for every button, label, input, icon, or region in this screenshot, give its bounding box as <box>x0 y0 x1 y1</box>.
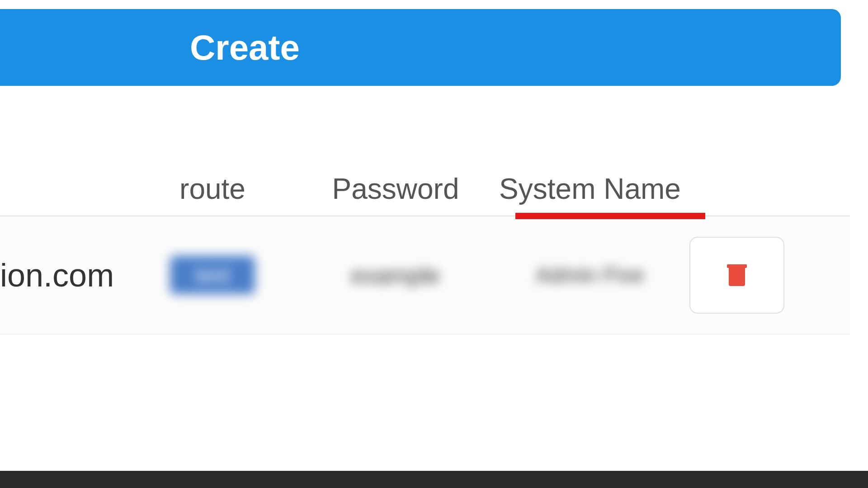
trash-icon <box>728 264 745 286</box>
cell-password: example <box>298 262 493 289</box>
data-table: route Password System Name ion.com test … <box>0 172 850 334</box>
delete-button[interactable] <box>689 237 784 314</box>
header-password[interactable]: Password <box>298 172 493 206</box>
cell-system-name: Admin Five <box>493 261 687 289</box>
table-row: ion.com test example Admin Five <box>0 216 850 334</box>
cell-actions <box>687 237 787 314</box>
route-badge[interactable]: test <box>170 256 255 294</box>
create-button-label: Create <box>190 27 300 68</box>
cell-route: test <box>127 256 298 294</box>
header-system-name[interactable]: System Name <box>493 172 687 206</box>
annotation-underline <box>515 213 705 219</box>
bottom-bar <box>0 471 868 488</box>
table-header-row: route Password System Name <box>0 172 850 216</box>
header-route[interactable]: route <box>127 172 298 206</box>
cell-domain: ion.com <box>0 257 127 294</box>
create-button[interactable]: Create <box>0 9 841 86</box>
